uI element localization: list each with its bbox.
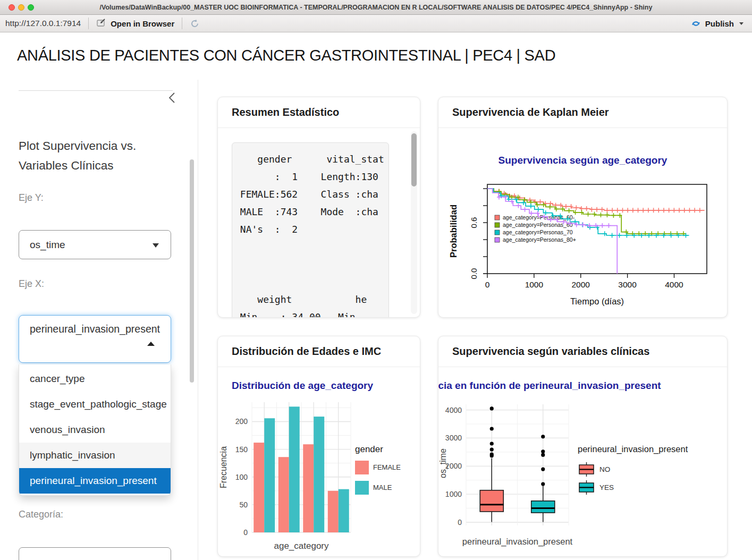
km-censor-mark xyxy=(672,208,676,213)
bar-legend-swatch xyxy=(355,461,369,474)
km-censor-mark xyxy=(656,208,661,213)
chevron-left-icon xyxy=(167,91,179,104)
zoom-window-button[interactable] xyxy=(28,4,34,11)
box-outlier xyxy=(541,435,545,438)
km-censor-mark xyxy=(692,208,697,213)
publish-button[interactable]: Publish xyxy=(690,19,752,28)
sidebar-divider xyxy=(19,90,173,91)
km-xtick-label: 3000 xyxy=(618,280,637,289)
box-ytick-label: 1000 xyxy=(445,490,462,498)
card-resumen-header: Resumen Estadístico xyxy=(218,97,420,128)
publish-menu-caret-icon[interactable] xyxy=(739,22,743,25)
open-in-browser-label: Open in Browser xyxy=(111,19,174,28)
categoria-select[interactable]: age_category xyxy=(19,547,171,560)
km-legend-label: age_category=Personas_60- xyxy=(503,214,575,220)
box-outlier xyxy=(541,468,545,471)
km-censor-mark xyxy=(598,213,603,217)
km-censor-mark xyxy=(615,208,620,213)
box-outlier xyxy=(541,482,545,486)
page-title: ANÁLISIS DE PACIENTES CON CÁNCER GASTROI… xyxy=(17,47,555,64)
bar-female xyxy=(328,491,339,532)
categoria-label: Categoría: xyxy=(19,509,63,520)
eje-x-select[interactable]: perineural_invasion_present xyxy=(19,315,171,363)
card-box-title: Supervivencia según variables clínicas xyxy=(452,345,649,358)
box-ytick-label: 3000 xyxy=(445,434,462,442)
km-xlabel: Tiempo (días) xyxy=(570,296,624,306)
summary-scrollbar-thumb[interactable] xyxy=(411,133,417,186)
km-censor-mark xyxy=(506,197,511,202)
km-censor-mark xyxy=(636,208,640,213)
box-legend-title: perineural_invasion_present xyxy=(578,444,688,454)
summary-text: gender vital_stat : 1 Length:130 FEMALE:… xyxy=(232,143,388,318)
minimize-window-button[interactable] xyxy=(18,4,24,11)
dropdown-option-lymphatic-invasion[interactable]: lymphatic_invasion xyxy=(19,443,171,468)
dropdown-option-stage-event[interactable]: stage_event_pathologic_stage xyxy=(19,392,171,417)
bar-ytick-label: 0 xyxy=(243,528,248,537)
km-legend-label: age_category=Personas_70 xyxy=(503,229,573,235)
close-window-button[interactable] xyxy=(9,4,15,11)
km-plot-svg: 0.00.601000200030004000ProbabilidadTiemp… xyxy=(438,178,715,314)
bar-ytick-label: 200 xyxy=(235,417,248,426)
km-censor-mark xyxy=(682,208,687,213)
km-censor-mark xyxy=(698,208,702,213)
box-ylabel: os_time xyxy=(438,448,448,478)
eje-y-select[interactable]: os_time xyxy=(19,230,171,259)
km-censor-mark xyxy=(646,208,650,213)
viewer-toolbar: http://127.0.0.1:7914 Open in Browser Pu… xyxy=(0,15,752,32)
box-ytick-label: 4000 xyxy=(445,406,462,414)
bar-legend-label: MALE xyxy=(373,483,392,491)
box-ytick-label: 2000 xyxy=(445,462,462,470)
km-censor-mark xyxy=(600,207,604,212)
km-censor-mark xyxy=(595,207,599,212)
box-outlier xyxy=(490,442,494,445)
dropdown-option-cancer-type[interactable]: cancer_type xyxy=(19,366,171,392)
km-censor-mark xyxy=(585,206,589,211)
bar-legend-swatch xyxy=(355,481,369,495)
sidebar-scrollbar[interactable] xyxy=(190,159,194,383)
km-censor-mark xyxy=(606,223,611,228)
window-title: /Volumes/DataWinBackup/00_MASTER UOC BIO… xyxy=(100,4,653,11)
km-censor-mark xyxy=(548,205,552,209)
summary-scrollbar[interactable] xyxy=(411,131,417,314)
bar-plot-svg: 050100150200Frecuenciaage_categorygender… xyxy=(218,397,420,556)
km-censor-mark xyxy=(523,207,527,212)
km-ytick-label: 0.6 xyxy=(469,217,478,228)
dropdown-option-perineural-invasion[interactable]: perineural_invasion_present xyxy=(19,468,171,494)
reload-button[interactable] xyxy=(182,19,207,29)
bar-legend-title: gender xyxy=(355,444,383,454)
card-dist-title: Distribución de Edades e IMC xyxy=(232,345,381,358)
km-censor-mark xyxy=(641,208,645,213)
km-censor-mark xyxy=(605,213,609,217)
km-xtick-label: 0 xyxy=(485,280,490,289)
eje-y-label: Eje Y: xyxy=(19,192,44,203)
km-censor-mark xyxy=(600,223,604,228)
km-legend-swatch xyxy=(495,230,500,235)
card-dist-header: Distribución de Edades e IMC xyxy=(218,336,420,367)
sidebar: Plot Supervivencia vs. Variables Clínica… xyxy=(0,80,198,560)
bar-ytick-label: 150 xyxy=(235,445,248,454)
open-in-browser-button[interactable]: Open in Browser xyxy=(89,18,182,29)
bar-ytick-label: 100 xyxy=(235,473,248,481)
card-km-title: Supervivencia de Kaplan Meier xyxy=(452,106,609,118)
chevron-down-icon xyxy=(153,243,159,248)
card-box-header: Supervivencia según variables clínicas xyxy=(438,336,727,367)
bar-female xyxy=(278,457,289,532)
open-in-browser-icon xyxy=(96,18,107,29)
dropdown-option-venous-invasion[interactable]: venous_invasion xyxy=(19,417,171,443)
km-legend-swatch xyxy=(495,237,500,242)
card-box: Supervivencia según variables clínicas S… xyxy=(438,336,728,557)
reload-icon xyxy=(190,19,200,29)
box-plot-svg: 01000200030004000os_timeperineural_invas… xyxy=(438,397,704,556)
bar-plot-title-wrap: Distribución de age_category xyxy=(218,380,420,397)
box-outlier xyxy=(490,448,494,452)
box-xlabel: perineural_invasion_present xyxy=(462,537,573,547)
km-censor-mark xyxy=(611,213,615,218)
sidebar-collapse-button[interactable] xyxy=(167,91,179,104)
km-censor-mark xyxy=(605,208,609,213)
km-ylabel: Probabilidad xyxy=(449,205,458,258)
box-outlier xyxy=(490,452,494,456)
km-xtick-label: 4000 xyxy=(665,280,683,289)
bar-plot-title: Distribución de age_category xyxy=(232,380,373,391)
km-censor-mark xyxy=(567,208,571,213)
km-censor-mark xyxy=(586,212,590,217)
